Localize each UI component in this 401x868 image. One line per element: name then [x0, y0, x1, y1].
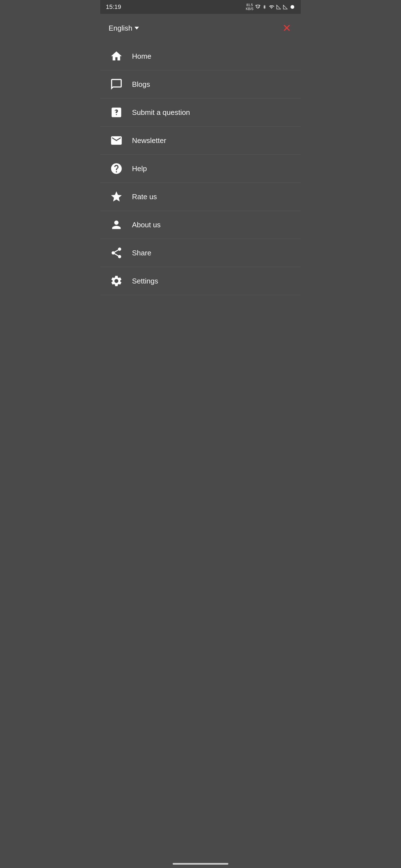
header: English ✕: [100, 14, 301, 42]
menu-item-help[interactable]: Help: [100, 155, 301, 183]
close-icon: ✕: [282, 22, 291, 34]
menu-item-rate-us[interactable]: Rate us: [100, 183, 301, 211]
svg-point-0: [290, 5, 294, 9]
language-label: English: [109, 24, 132, 33]
navigation-menu: Home Blogs Submit a question Newsletter: [100, 42, 301, 295]
status-icons: 81.5KB/S: [246, 3, 295, 11]
menu-label-blogs: Blogs: [132, 80, 150, 89]
menu-item-settings[interactable]: Settings: [100, 267, 301, 295]
menu-label-settings: Settings: [132, 277, 158, 285]
menu-item-submit-question[interactable]: Submit a question: [100, 98, 301, 127]
wifi-icon: [268, 4, 275, 9]
menu-label-share: Share: [132, 249, 151, 257]
status-speed: 81.5KB/S: [246, 3, 253, 11]
share-icon: [109, 245, 124, 261]
menu-item-home[interactable]: Home: [100, 42, 301, 70]
menu-item-share[interactable]: Share: [100, 239, 301, 267]
menu-label-help: Help: [132, 164, 147, 173]
chevron-down-icon: [135, 27, 139, 30]
person-icon: [109, 217, 124, 232]
menu-item-newsletter[interactable]: Newsletter: [100, 127, 301, 155]
newsletter-icon: [109, 133, 124, 148]
settings-icon: [109, 273, 124, 289]
home-icon: [109, 49, 124, 64]
bluetooth-icon: [262, 4, 267, 10]
menu-item-blogs[interactable]: Blogs: [100, 70, 301, 98]
signal-icon: [276, 4, 281, 9]
signal2-icon: [283, 4, 288, 9]
menu-label-about-us: About us: [132, 221, 161, 229]
status-time: 15:19: [106, 3, 121, 10]
language-selector[interactable]: English: [109, 24, 139, 33]
blogs-icon: [109, 76, 124, 92]
alarm-icon: [255, 4, 261, 10]
help-icon: [109, 161, 124, 176]
record-icon: [290, 4, 295, 10]
menu-item-about-us[interactable]: About us: [100, 211, 301, 239]
status-bar: 15:19 81.5KB/S: [100, 0, 301, 14]
submit-question-icon: [109, 104, 124, 120]
star-icon: [109, 189, 124, 205]
menu-label-home: Home: [132, 52, 151, 61]
menu-label-newsletter: Newsletter: [132, 136, 166, 145]
close-button[interactable]: ✕: [281, 22, 292, 34]
menu-label-submit-question: Submit a question: [132, 108, 190, 117]
menu-label-rate-us: Rate us: [132, 192, 157, 201]
